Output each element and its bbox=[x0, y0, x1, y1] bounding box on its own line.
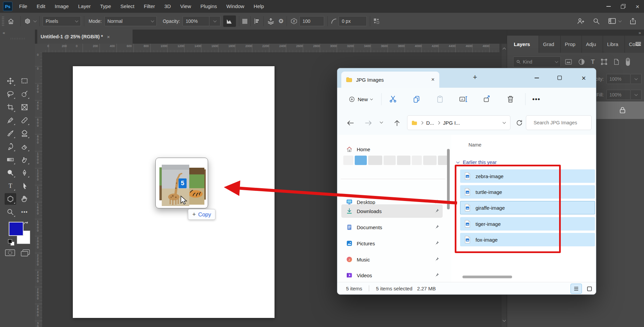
tool-marquee[interactable] bbox=[19, 75, 30, 87]
maximize-icon[interactable] bbox=[557, 76, 562, 80]
collapse-group-icon[interactable] bbox=[456, 160, 460, 164]
layer-filter-select[interactable]: Kind bbox=[513, 56, 561, 67]
tool-more-icon[interactable]: ••• bbox=[19, 206, 30, 218]
sidebar-item-documents[interactable]: Documents bbox=[341, 220, 443, 234]
menu-help[interactable]: Help bbox=[249, 0, 269, 13]
delete-button[interactable] bbox=[504, 92, 517, 106]
sidebar-item-videos[interactable]: Videos bbox=[341, 269, 443, 282]
refresh-icon[interactable] bbox=[516, 119, 523, 126]
pressure-opacity-button[interactable] bbox=[223, 15, 236, 27]
workspace-switcher[interactable] bbox=[608, 17, 621, 25]
group-header[interactable]: Earlier this year bbox=[457, 160, 497, 165]
rename-button[interactable]: A bbox=[457, 92, 470, 106]
search-input[interactable] bbox=[533, 120, 591, 126]
column-header-name[interactable]: Name bbox=[468, 142, 482, 148]
radius-field[interactable]: 0 px bbox=[339, 16, 367, 26]
tool-lasso[interactable] bbox=[5, 88, 16, 100]
filter-smart-object-icon[interactable] bbox=[613, 58, 620, 65]
tool-shape-active[interactable] bbox=[5, 193, 16, 205]
screen-mode-icon[interactable] bbox=[20, 249, 31, 257]
gear-icon[interactable]: ⚙ bbox=[278, 17, 284, 25]
cut-button[interactable] bbox=[386, 92, 400, 106]
search-icon[interactable] bbox=[593, 17, 600, 25]
layers-opacity-field[interactable]: 100% bbox=[606, 74, 642, 84]
sidebar-item-music[interactable]: ♪ Music bbox=[341, 253, 443, 266]
explorer-tab[interactable]: JPG Images × bbox=[341, 72, 439, 88]
details-view-button[interactable] bbox=[571, 284, 582, 294]
close-icon[interactable]: × bbox=[636, 3, 639, 10]
tab-properties[interactable]: Prop bbox=[561, 36, 582, 53]
tool-dodge[interactable] bbox=[5, 167, 16, 178]
tool-frame[interactable] bbox=[19, 101, 30, 113]
add-user-icon[interactable] bbox=[577, 17, 585, 25]
menu-window[interactable]: Window bbox=[221, 0, 249, 13]
tab-layers[interactable]: Layers bbox=[510, 36, 539, 53]
address-bar[interactable]: D... JPG I... bbox=[407, 115, 510, 130]
sidebar-item-downloads[interactable]: Downloads bbox=[341, 204, 443, 218]
recent-locations-icon[interactable] bbox=[380, 120, 383, 124]
ruler-corner[interactable] bbox=[35, 44, 43, 53]
copy-button[interactable] bbox=[410, 92, 423, 106]
tool-pen[interactable] bbox=[19, 167, 30, 178]
collapse-right-icon[interactable]: » bbox=[639, 30, 641, 35]
new-button[interactable]: New bbox=[349, 96, 373, 103]
foreground-color-swatch[interactable] bbox=[9, 222, 23, 236]
share-button[interactable] bbox=[480, 92, 494, 106]
filter-image-icon[interactable] bbox=[565, 59, 572, 65]
paste-button[interactable] bbox=[433, 92, 447, 106]
layers-fill-field[interactable]: 100% bbox=[606, 90, 642, 100]
tool-history-brush[interactable] bbox=[5, 141, 16, 152]
scroll-up-icon[interactable] bbox=[503, 48, 506, 51]
tool-eraser[interactable] bbox=[19, 141, 30, 152]
dock-grip-icon[interactable] bbox=[10, 38, 25, 40]
minimize-icon[interactable] bbox=[535, 78, 539, 78]
horizontal-scrollbar[interactable] bbox=[462, 276, 512, 278]
opacity-field[interactable]: 100% bbox=[183, 16, 209, 26]
tab-adjustments[interactable]: Adju bbox=[582, 36, 603, 53]
document-tab[interactable]: Untitled-1 @ 25% (RGB/8) * × bbox=[37, 30, 133, 44]
forward-icon[interactable] bbox=[365, 120, 372, 126]
breadcrumb-folder[interactable]: JPG I... bbox=[443, 120, 460, 126]
constraint-icon[interactable] bbox=[373, 18, 380, 25]
menu-image[interactable]: Image bbox=[50, 0, 73, 13]
grip-icon[interactable] bbox=[2, 16, 4, 26]
share-icon[interactable] bbox=[629, 17, 637, 25]
tool-type[interactable]: T bbox=[5, 180, 16, 192]
preset-select[interactable]: Pixels bbox=[43, 16, 81, 26]
sides-field[interactable]: 100 bbox=[299, 16, 324, 26]
tab-gradients[interactable]: Grad bbox=[539, 36, 561, 53]
tool-zoom[interactable] bbox=[5, 206, 16, 218]
sidebar-item-home[interactable]: Home bbox=[341, 142, 443, 156]
filter-shape-icon[interactable] bbox=[601, 58, 607, 65]
default-colors-icon-front[interactable] bbox=[8, 239, 12, 243]
filter-adjustment-icon[interactable] bbox=[578, 58, 585, 65]
tool-eyedropper[interactable] bbox=[5, 115, 16, 126]
filter-toggle-icon[interactable] bbox=[626, 57, 630, 66]
close-icon[interactable]: × bbox=[582, 74, 586, 83]
tool-smudge[interactable] bbox=[19, 154, 30, 165]
menu-file[interactable]: File bbox=[14, 0, 32, 13]
brush-shape-icon[interactable] bbox=[242, 19, 247, 24]
tool-preset-icon[interactable] bbox=[24, 17, 36, 25]
tool-crop[interactable] bbox=[5, 101, 16, 113]
back-icon[interactable] bbox=[347, 120, 354, 126]
tool-move[interactable] bbox=[5, 75, 16, 87]
home-icon[interactable] bbox=[4, 18, 17, 25]
menu-plugins[interactable]: Plugins bbox=[196, 0, 221, 13]
pin-icon[interactable] bbox=[434, 208, 439, 213]
vertical-ruler[interactable]: 0020040060080010001200140016001800200022… bbox=[35, 52, 43, 327]
pin-icon[interactable] bbox=[434, 199, 439, 204]
thumbnail-view-button[interactable] bbox=[584, 284, 595, 293]
tool-healing-brush[interactable] bbox=[19, 115, 30, 126]
breadcrumb-drive[interactable]: D... bbox=[426, 120, 434, 126]
menu-view[interactable]: View bbox=[176, 0, 196, 13]
collapse-left-icon[interactable]: « bbox=[3, 30, 5, 35]
search-box[interactable] bbox=[526, 115, 592, 130]
opacity-dropdown[interactable] bbox=[209, 16, 220, 26]
menu-select[interactable]: Select bbox=[116, 0, 139, 13]
tab-libraries[interactable]: Libra bbox=[603, 36, 625, 53]
restore-icon[interactable] bbox=[621, 4, 626, 9]
more-options-icon[interactable]: ••• bbox=[532, 97, 540, 101]
menu-filter[interactable]: Filter bbox=[139, 0, 160, 13]
layers-arrange-icon[interactable] bbox=[267, 17, 275, 25]
